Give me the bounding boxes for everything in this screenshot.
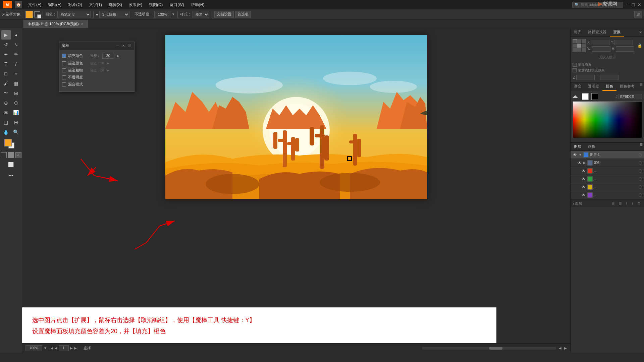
move-layer-down-btn[interactable]: ↓ — [630, 201, 635, 206]
type-tool[interactable]: T — [1, 59, 11, 69]
menu-window[interactable]: 窗口(W) — [167, 1, 186, 8]
scroll-right-btn[interactable]: ▶ — [564, 346, 567, 350]
mw-weight-checkbox[interactable] — [62, 68, 66, 72]
mw-fill-checkbox[interactable]: ✓ — [62, 54, 66, 58]
puppet-warp[interactable]: ⊕ — [1, 98, 11, 108]
mask-mode[interactable]: ○ — [15, 152, 21, 158]
pencil-tool[interactable]: ✏ — [11, 50, 21, 59]
layer-red-eye[interactable]: 👁 — [581, 169, 586, 173]
tab-transform[interactable]: 变换 — [610, 28, 624, 37]
prev-page-btn[interactable]: ◀ — [55, 346, 57, 350]
tab-align[interactable]: 对齐 — [571, 28, 585, 37]
layer-yellow[interactable]: 👁 ... — [571, 183, 644, 191]
delete-layer-btn[interactable]: ⊟ — [617, 201, 623, 206]
warp-tool[interactable]: 〜 — [1, 88, 11, 98]
color-spectrum[interactable] — [573, 101, 642, 138]
color-panel-menu[interactable]: ☰ — [638, 82, 644, 91]
mw-opacity-checkbox[interactable] — [62, 75, 66, 79]
perspective-tool[interactable]: ⬡ — [11, 98, 21, 108]
new-layer-panel-btn[interactable]: ⊞ — [610, 201, 616, 206]
mw-stroke-checkbox[interactable] — [62, 61, 66, 65]
mw-tolerance-input[interactable] — [102, 53, 114, 59]
foreground-color[interactable] — [4, 139, 12, 146]
menu-type[interactable]: 文字(T) — [86, 1, 105, 8]
selection-tool[interactable]: ▶ — [1, 30, 11, 40]
fill-color-swatch[interactable] — [25, 11, 33, 18]
brush-tool[interactable]: 🖌 — [1, 79, 11, 88]
screen-mode[interactable] — [8, 152, 14, 158]
doc-settings-btn[interactable]: 文档设置 — [214, 11, 234, 18]
opacity-input[interactable] — [154, 11, 171, 18]
mesh-tool[interactable]: ⊞ — [11, 118, 21, 127]
menu-edit[interactable]: 编辑(E) — [45, 1, 64, 8]
page-input[interactable] — [59, 345, 69, 351]
mw-blend-checkbox[interactable] — [62, 82, 66, 86]
tab-color[interactable]: 颜色 — [602, 82, 616, 91]
rectangle-tool[interactable]: □ — [1, 69, 11, 78]
layer-003-eye[interactable]: 👁 — [577, 161, 582, 165]
more-tools[interactable]: ••• — [6, 171, 16, 180]
menu-view[interactable]: 视图(Q) — [146, 1, 165, 8]
pattern-tool[interactable]: ▦ — [11, 79, 21, 88]
scroll-thumb-h[interactable] — [489, 347, 502, 350]
h-input[interactable] — [616, 46, 634, 52]
w-input[interactable] — [592, 46, 610, 52]
layer-purple[interactable]: 👁 ... — [571, 191, 644, 199]
mw-menu-btn[interactable]: ☰ — [127, 44, 132, 48]
tab-color-ref[interactable]: 颜色参考 — [616, 82, 638, 91]
last-page-btn[interactable]: ▶| — [74, 346, 78, 350]
scale-strokes-checkbox[interactable] — [573, 63, 577, 67]
menu-help[interactable]: 帮助(H) — [188, 1, 207, 8]
menu-file[interactable]: 文件(F) — [25, 1, 44, 8]
style-select[interactable]: 基本 — [193, 11, 209, 18]
move-layer-up-btn[interactable]: ↑ — [624, 201, 629, 206]
black-swatch[interactable] — [591, 93, 598, 100]
line-tool[interactable]: / — [11, 59, 21, 69]
zoom-input[interactable] — [25, 345, 42, 351]
hex-input[interactable] — [619, 94, 642, 99]
tab-gradient[interactable]: 渐变 — [571, 82, 585, 91]
tab-pathfinder[interactable]: 路径查找器 — [585, 28, 610, 37]
stroke-color-indicator[interactable] — [34, 11, 40, 17]
menu-object[interactable]: 对象(O) — [65, 1, 85, 8]
preferences-btn[interactable]: 首选项 — [235, 11, 251, 18]
lock-proportions-btn[interactable]: 🔒 — [637, 43, 642, 48]
pen-tool[interactable]: ✒ — [1, 50, 11, 59]
next-page-btn[interactable]: ▶ — [70, 346, 73, 350]
zoom-arrow[interactable]: ▼ — [44, 346, 47, 350]
brush-select[interactable]: 画笔定义 — [57, 11, 91, 18]
layer-purple-eye[interactable]: 👁 — [581, 193, 586, 197]
ellipse-tool[interactable]: ○ — [11, 69, 21, 78]
free-transform-tool[interactable]: ⊞ — [11, 88, 21, 98]
zoom-tool[interactable]: 🔍 — [11, 127, 21, 137]
bar-chart-tool[interactable]: 📊 — [11, 108, 21, 117]
scroll-left-btn[interactable]: ◀ — [559, 346, 561, 350]
document-tab[interactable]: 未标题-1* @ 100% (RGB/预览) ✕ — [23, 20, 88, 28]
layer-green[interactable]: 👁 ... — [571, 175, 644, 183]
layer-item-2[interactable]: 👁 ▼ 图层 2 — [571, 151, 644, 159]
scale-effects-checkbox[interactable] — [573, 68, 577, 72]
symbol-tool[interactable]: ✾ — [1, 108, 11, 117]
minimize-icon[interactable]: ─ — [626, 2, 629, 7]
maximize-icon[interactable]: □ — [632, 2, 635, 7]
layer-003[interactable]: 👁 ▶ 003 — [571, 159, 644, 167]
home-icon[interactable]: 🏠 — [15, 1, 22, 8]
white-swatch[interactable] — [582, 93, 589, 100]
layer-yellow-eye[interactable]: 👁 — [581, 185, 586, 189]
layers-tab[interactable]: 图层 — [571, 143, 585, 150]
menu-effect[interactable]: 效果(E) — [126, 1, 145, 8]
scroll-bar-h[interactable] — [422, 347, 556, 350]
eyedropper-tool[interactable]: 💧 — [1, 127, 11, 137]
angle-input[interactable] — [576, 75, 595, 80]
first-page-btn[interactable]: |◀ — [50, 346, 53, 350]
arrange-btn[interactable]: ⊞ — [634, 11, 642, 18]
mw-minimize-btn[interactable]: ─ — [115, 44, 120, 48]
opacity-arrow[interactable]: ▼ — [172, 12, 175, 16]
rotate-tool[interactable]: ↺ — [1, 40, 11, 49]
layer-red[interactable]: 👁 ... — [571, 167, 644, 175]
scale-tool[interactable]: ⤡ — [11, 40, 21, 49]
artboard-tool[interactable]: ⬜ — [6, 160, 16, 169]
menu-select[interactable]: 选择(S) — [106, 1, 125, 8]
close-icon[interactable]: ✕ — [637, 2, 641, 7]
direct-selection-tool[interactable]: ◂ — [11, 30, 21, 40]
